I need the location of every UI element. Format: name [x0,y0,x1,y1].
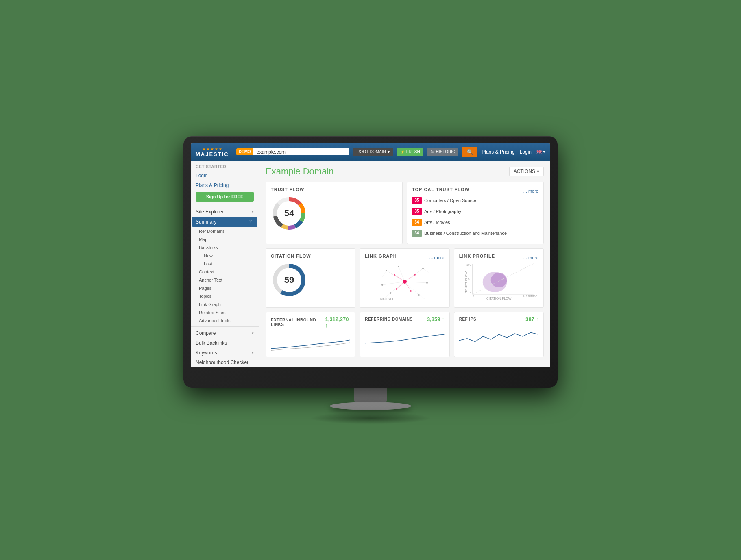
ttf-row-3: 34 Arts / Movies [412,217,538,228]
referring-domains-card: REFERRING DOMAINS 3,359 ↑ [360,312,449,357]
svg-text:CITATION FLOW: CITATION FLOW [486,297,512,300]
monitor-base [330,402,411,410]
sidebar-group-site-explorer[interactable]: Site Explorer ▾ [191,207,259,217]
sidebar-item-lost[interactable]: Lost [191,260,259,268]
external-inbound-value: 1,312,270 ↑ [325,316,351,328]
ttf-label-2: Arts / Photography [424,209,461,214]
sidebar-item-link-graph[interactable]: Link Graph [191,300,259,308]
root-domain-button[interactable]: ROOT DOMAIN ▾ [353,148,392,156]
logo-stars: ★★★★★ [202,147,222,151]
link-profile-more[interactable]: ... more [523,255,538,260]
sidebar-item-topics[interactable]: Topics [191,292,259,300]
historic-button[interactable]: 🏛 HISTORIC [427,148,459,156]
topical-trust-flow-card: TOPICAL TRUST FLOW ... more 35 Computers… [407,182,544,244]
login-link[interactable]: Login [520,149,532,155]
link-profile-card: LINK PROFILE ... more TRUST FLOW CITATIO… [454,248,544,308]
actions-button[interactable]: ACTIONS ▾ [509,167,544,176]
sidebar-item-neighbourhood[interactable]: Neighbourhood Checker [191,358,259,367]
svg-point-31 [390,292,391,294]
ttf-label-4: Business / Construction and Maintenance [424,231,507,236]
monitor-screen: ★★★★★ MAJESTIC DEMO ROOT DOMAIN ▾ ⚡ FRES… [191,143,550,367]
app-header: ★★★★★ MAJESTIC DEMO ROOT DOMAIN ▾ ⚡ FRES… [191,143,550,161]
sidebar-item-keywords[interactable]: Keywords ▾ [191,348,259,358]
sidebar-item-compare[interactable]: Compare ▾ [191,328,259,338]
logo-area: ★★★★★ MAJESTIC [196,147,229,157]
chevron-icon-2: ▾ [252,331,254,335]
question-badge: ? [247,219,254,225]
svg-text:TRUST FLOW: TRUST FLOW [464,271,468,292]
ttf-row-2: 35 Arts / Photography [412,206,538,217]
search-input-wrap[interactable] [253,148,350,155]
trust-flow-value: 54 [284,208,294,219]
svg-point-32 [381,284,383,286]
topical-trust-flow-list: 35 Computers / Open Source 35 Arts / Pho… [412,195,538,239]
external-inbound-card: EXTERNAL INBOUND LINKS 1,312,270 ↑ [266,312,355,357]
sidebar-item-context[interactable]: Context [191,268,259,276]
svg-text:50: 50 [468,278,471,280]
link-graph-svg: MAJESTIC [378,263,431,301]
topical-more-link[interactable]: ... more [523,189,538,193]
sidebar-item-pages[interactable]: Pages [191,284,259,292]
flag-selector[interactable]: 🇬🇧 ▾ [536,149,545,154]
app-body: GET STARTED Login Plans & Pricing Sign U… [191,161,550,367]
svg-point-35 [394,274,395,276]
page-header: Example Domain ACTIONS ▾ [266,166,544,177]
external-inbound-svg [271,332,350,353]
referring-domains-chart [365,326,444,347]
sidebar-item-ref-domains[interactable]: Ref Domains [191,227,259,235]
svg-line-23 [423,269,429,273]
sidebar-item-bulk-backlinks[interactable]: Bulk Backlinks [191,338,259,348]
ttf-label-1: Computers / Open Source [424,198,476,203]
sidebar-item-anchor-text[interactable]: Anchor Text [191,276,259,284]
link-graph-title: LINK GRAPH [365,254,397,258]
link-graph-more[interactable]: ... more [429,255,444,260]
svg-point-29 [426,282,428,284]
monitor-wrapper: ★★★★★ MAJESTIC DEMO ROOT DOMAIN ▾ ⚡ FRES… [183,136,558,424]
monitor-shadow [309,412,432,424]
sidebar-item-plans[interactable]: Plans & Pricing [191,180,259,190]
ref-ips-svg [459,326,538,347]
plans-pricing-link[interactable]: Plans & Pricing [482,149,514,155]
ttf-label-3: Arts / Movies [424,220,450,225]
ref-ips-value: 387 ↑ [525,316,538,322]
svg-point-26 [403,280,407,284]
sidebar-item-backlinks[interactable]: Backlinks [191,243,259,252]
signup-button[interactable]: Sign Up for FREE [196,192,254,202]
link-graph-card: LINK GRAPH ... more [360,248,449,308]
svg-text:100: 100 [466,263,471,266]
svg-point-34 [414,274,416,276]
svg-text:0: 0 [469,292,471,295]
main-content: Example Domain ACTIONS ▾ TRUST FLOW [259,161,550,367]
sidebar-item-map[interactable]: Map [191,235,259,243]
ttf-badge-4: 34 [412,230,422,237]
search-button[interactable]: 🔍 [462,147,477,157]
ttf-badge-3: 34 [412,219,422,226]
external-inbound-title: EXTERNAL INBOUND LINKS [271,318,325,327]
stats-row: EXTERNAL INBOUND LINKS 1,312,270 ↑ [266,312,544,357]
svg-line-24 [419,295,425,299]
bottom-metrics-row: CITATION FLOW 59 [266,248,544,308]
svg-point-27 [386,270,387,271]
ref-ips-title: REF IPS [459,317,476,321]
sidebar-item-advanced-tools[interactable]: Advanced Tools [191,317,259,325]
referring-domains-title: REFERRING DOMAINS [365,317,412,321]
sidebar-item-login[interactable]: Login [191,171,259,180]
svg-point-33 [398,266,399,267]
citation-flow-value: 59 [284,275,294,285]
citation-flow-content: 59 [271,262,350,298]
link-profile-svg: TRUST FLOW CITATION FLOW 100 50 0 [459,262,538,300]
sidebar-item-related-sites[interactable]: Related Sites [191,308,259,317]
top-metrics-row: TRUST FLOW [266,182,544,244]
sidebar-item-summary[interactable]: Summary ? [192,217,257,227]
search-input[interactable] [257,149,347,155]
svg-line-13 [405,282,427,283]
link-graph-viz: MAJESTIC [365,262,444,302]
svg-line-11 [386,271,405,282]
ttf-row-4: 34 Business / Construction and Maintenan… [412,228,538,239]
sidebar-item-new[interactable]: New [191,252,259,260]
external-inbound-chart [271,332,350,353]
fresh-button[interactable]: ⚡ FRESH [397,148,423,156]
referring-domains-svg [365,326,444,347]
svg-point-49 [490,273,507,287]
search-bar: DEMO [236,148,350,155]
